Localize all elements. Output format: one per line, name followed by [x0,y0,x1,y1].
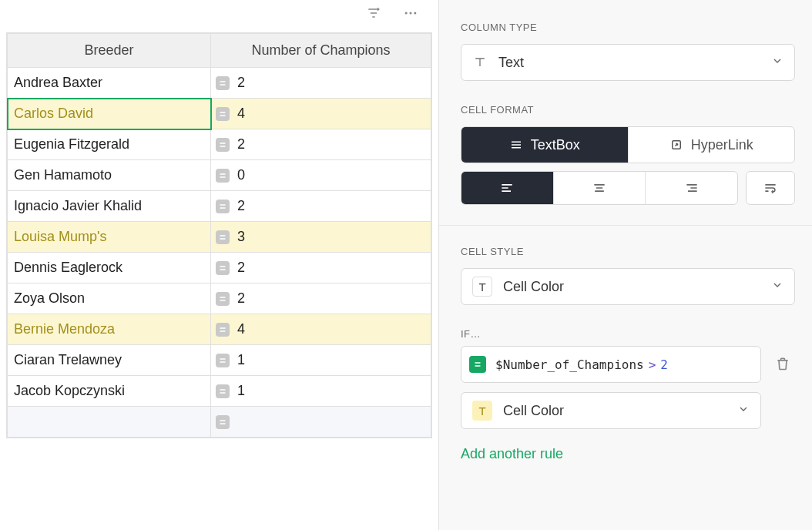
svg-point-1 [410,12,412,14]
breeder-cell[interactable]: Bernie Mendoza [8,314,211,345]
format-hyperlink-option[interactable]: HyperLink [629,127,795,163]
breeder-cell[interactable] [8,407,211,438]
champions-cell[interactable]: 4 [211,99,431,129]
column-type-label: COLUMN TYPE [461,22,795,33]
text-wrap-button[interactable] [746,171,795,205]
record-icon [216,169,230,183]
text-align-group [461,171,738,205]
alignment-row [461,171,795,205]
table-row[interactable]: Bernie Mendoza4 [8,314,431,345]
record-icon [216,354,230,367]
chevron-down-icon [771,279,783,295]
format-hyperlink-label: HyperLink [691,137,753,153]
cell-style-label: CELL STYLE [461,246,795,257]
delete-rule-button[interactable] [770,351,795,378]
table-row[interactable]: Ciaran Trelawney1 [8,345,431,376]
champions-cell[interactable]: 4 [211,314,431,345]
table-row[interactable]: Ignacio Javier Khalid2 [8,191,431,222]
champions-cell[interactable]: 1 [211,376,431,407]
record-icon [216,200,230,213]
breeder-cell[interactable]: Ignacio Javier Khalid [8,191,211,222]
breeder-cell[interactable]: Ciaran Trelawney [8,345,211,376]
format-textbox-option[interactable]: TextBox [461,127,629,163]
breeder-cell[interactable]: Andrea Baxter [8,68,211,99]
rule-cell-style-select[interactable]: T Cell Color [461,392,761,429]
breeder-cell[interactable]: Eugenia Fitzgerald [8,129,211,160]
col-header-breeder[interactable]: Breeder [8,34,211,68]
chevron-down-icon [771,55,783,71]
formula-val: 2 [660,357,668,372]
column-options-panel: COLUMN TYPE Text CELL FORMAT TextBox Hyp… [439,0,812,530]
rule-style-swatch: T [472,401,492,421]
conditional-rule-row: $Number_of_Champions>2 [461,346,795,383]
breeder-cell[interactable]: Zoya Olson [8,283,211,314]
formula-input[interactable]: $Number_of_Champions>2 [461,346,761,383]
chevron-down-icon [737,403,750,419]
table-row-empty[interactable] [8,407,431,438]
more-icon[interactable] [403,5,418,23]
record-icon [216,138,230,152]
default-cell-style-value: Cell Color [503,279,771,295]
table-pane: Breeder Number of Champions Andrea Baxte… [0,0,439,530]
champions-cell[interactable]: 2 [211,253,431,283]
table-row[interactable]: Gen Hamamoto0 [8,160,431,191]
add-rule-link[interactable]: Add another rule [461,446,563,462]
champions-cell[interactable]: 2 [211,68,431,99]
record-icon [216,230,230,244]
record-icon [216,292,230,306]
formula-text: $Number_of_Champions>2 [495,357,668,372]
record-icon [216,415,230,429]
formula-var: $Number_of_Champions [495,357,644,372]
col-header-champions[interactable]: Number of Champions [211,34,431,68]
table-row[interactable]: Jacob Kopczynski1 [8,376,431,407]
table-row[interactable]: Zoya Olson2 [8,283,431,314]
champions-cell[interactable]: 1 [211,345,431,376]
align-center-button[interactable] [554,172,646,204]
champions-cell[interactable]: 2 [211,283,431,314]
table-row[interactable]: Louisa Mump's3 [8,222,431,253]
rule-cell-style-value: Cell Color [503,403,737,419]
record-icon [216,107,230,121]
formula-op: > [649,357,656,372]
champions-cell[interactable]: 0 [211,160,431,191]
svg-point-2 [414,12,416,14]
breeder-cell[interactable]: Carlos David [8,99,211,129]
breeder-cell[interactable]: Jacob Kopczynski [8,376,211,407]
record-icon [216,384,230,398]
record-icon [216,76,230,90]
data-table: Breeder Number of Champions Andrea Baxte… [6,32,432,438]
column-type-value: Text [498,55,771,71]
if-label: IF… [461,328,795,340]
record-icon [216,261,230,275]
column-type-select[interactable]: Text [461,44,795,81]
table-row[interactable]: Andrea Baxter2 [8,68,431,99]
table-toolbar [0,0,438,28]
default-style-swatch: T [472,277,492,297]
align-left-button[interactable] [461,172,554,204]
default-cell-style-select[interactable]: T Cell Color [461,268,795,305]
champions-cell[interactable]: 3 [211,222,431,253]
text-type-icon [472,55,488,70]
format-textbox-label: TextBox [531,137,580,153]
cell-format-toggle: TextBox HyperLink [461,126,795,163]
champions-cell[interactable]: 2 [211,129,431,160]
champions-cell[interactable] [211,407,431,438]
breeder-cell[interactable]: Dennis Eaglerock [8,253,211,283]
breeder-cell[interactable]: Louisa Mump's [8,222,211,253]
table-row[interactable]: Dennis Eaglerock2 [8,253,431,283]
record-icon [216,323,230,337]
table-row[interactable]: Carlos David4 [8,99,431,129]
filter-icon[interactable] [366,5,381,23]
align-right-button[interactable] [646,172,737,204]
formula-icon [469,356,486,373]
svg-point-0 [405,12,408,14]
cell-format-label: CELL FORMAT [461,104,795,116]
champions-cell[interactable]: 2 [211,191,431,222]
breeder-cell[interactable]: Gen Hamamoto [8,160,211,191]
table-row[interactable]: Eugenia Fitzgerald2 [8,129,431,160]
table-header-row: Breeder Number of Champions [8,34,431,68]
